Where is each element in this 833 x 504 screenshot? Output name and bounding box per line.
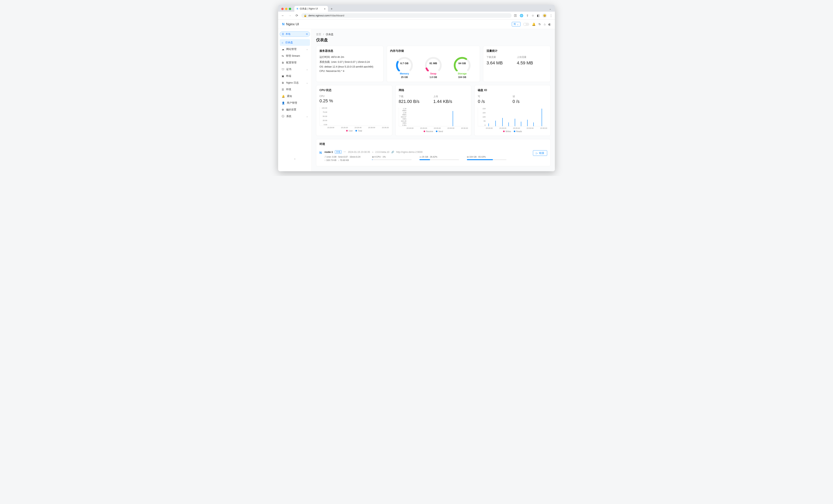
menu-icon: ▣ [282,75,284,78]
key-icon[interactable]: ⚿ [514,14,517,17]
tabs-dropdown[interactable]: ⌄ [549,7,553,10]
menu-icon: 👤 [282,102,285,104]
disk-icon: ⊟ [467,156,469,158]
menu-icon: ☰ [282,88,284,91]
sidebar-collapse[interactable]: ‹ [280,155,310,162]
breadcrumb: 首页 / 仪表盘 [316,32,550,36]
app-header: NNginx UI 简 ⌄ 🔔 ↻ ⌂ ◐ [278,20,555,29]
page-title: 仪表盘 [316,37,550,43]
sidebar-item-10[interactable]: ⚙偏好设置 [280,106,310,113]
window-minimize[interactable] [285,8,287,10]
chevron-down-icon: ⌄ [306,115,308,118]
list-icon: ☰ [282,33,284,35]
share-icon[interactable]: ⇪ [526,14,529,17]
status-badge: 在线 [335,150,341,154]
cpu-card: CPU 状态 CPU 0.25 % 100.0075.0050.0025.000… [316,85,392,136]
refresh-icon[interactable]: ⟲ [306,33,308,35]
sidepanel-icon[interactable]: ◧ [537,14,540,17]
tab-title: 仪表盘 | Nginx UI [300,7,318,10]
forward-button[interactable]: → [288,13,292,18]
home-icon[interactable]: ⌂ [544,23,546,26]
node-name: node-1 [325,150,333,153]
sidebar-item-5[interactable]: ▣终端 [280,73,310,79]
menu-icon: 🗎 [282,81,284,84]
server-info-card: 服务器信息 运行时间: 497d 4h 2m 系统负载: 1min: 0.07 … [316,46,383,82]
traffic-card: 流量统计 下载流量 3.64 MB 上传流量 4.59 MB [483,46,550,82]
environment-card: 环境 N node-1 在线 〰 2024-01-15 23:30:35 ⌁ 2… [316,139,550,166]
bell-icon[interactable]: 🔔 [532,23,536,26]
link-icon: 🔗 [391,151,394,153]
network-card: 网络 下载 821.00 B/s 上传 1.44 KB/s 1. [395,85,472,136]
back-button[interactable]: ← [281,13,285,18]
disk-io-card: 磁盘 IO 写 0 /s 读 0 /s 218164109550 [474,85,550,136]
bookmark-icon[interactable]: ☆ [531,14,534,17]
menu-icon[interactable]: ⋮ [550,14,552,17]
sidebar-item-3[interactable]: 🗎配置管理 [280,59,310,66]
github-icon[interactable]: ◐ [548,23,551,26]
menu-icon: 🛡 [282,68,284,71]
sidebar: ☰ 本地 ⟲ ⌂仪表盘☁网站管理⌄⇆管理 Stream🗎配置管理🛡证书⌄▣终端🗎… [278,29,312,171]
gauge-storage: 64 GBStorage104 GB [450,55,474,79]
menu-icon: 🔔 [282,95,285,98]
tag-icon: ⌁ [372,151,374,153]
cpu-icon: ⊞ [372,156,374,158]
favicon: N [297,8,298,10]
sidebar-item-1[interactable]: ☁网站管理⌄ [280,46,310,53]
language-selector[interactable]: 简 ⌄ [512,22,521,26]
browser-chrome: N 仪表盘 | Nginx UI × + ⌄ ← → ⟳ 🔒 demo.ngin… [278,5,555,20]
menu-icon: ⓘ [282,115,284,118]
translate-icon[interactable]: 🌐 [520,14,523,17]
memory-icon: ▭ [420,156,422,158]
sidebar-item-6[interactable]: 🗎Nginx 日志⌄ [280,79,310,86]
address-bar[interactable]: 🔒 demo.nginxui.com/#/dashboard [301,13,511,18]
lock-icon: 🔒 [304,14,307,17]
browser-tab[interactable]: N 仪表盘 | Nginx UI × [294,6,328,11]
chevron-down-icon: ⌄ [517,23,519,26]
sidebar-item-7[interactable]: ☰环境 [280,86,310,93]
menu-icon: 🗎 [282,61,284,64]
breadcrumb-home[interactable]: 首页 [316,33,321,36]
gauge-swap: 81 MBSwap1.0 GB [422,55,445,79]
menu-icon: ☁ [282,48,284,51]
menu-icon: ⚙ [282,108,284,111]
window-maximize[interactable] [289,8,291,10]
breadcrumb-current: 仪表盘 [326,33,333,36]
chevron-down-icon: ⌄ [306,68,308,71]
sidebar-item-0[interactable]: ⌂仪表盘 [280,39,310,46]
heartbeat-icon: 〰 [343,151,346,153]
environment-selector[interactable]: ☰ 本地 ⟲ [280,31,310,37]
play-icon: ▷ [536,152,538,155]
new-tab-button[interactable]: + [329,6,334,11]
main-content: 首页 / 仪表盘 仪表盘 服务器信息 运行时间: 497d 4h 2m 系统负载… [312,29,555,171]
chevron-down-icon: ⌄ [306,81,308,84]
reload-button[interactable]: ⟳ [295,13,299,18]
sidebar-item-11[interactable]: ⓘ系统⌄ [280,113,310,120]
theme-toggle[interactable] [523,23,529,26]
menu-icon: ⇆ [282,54,284,57]
gauge-memory: 6.7 GBMemory25 GB [392,55,416,79]
sidebar-item-2[interactable]: ⇆管理 Stream [280,53,310,59]
chevron-down-icon: ⌄ [306,48,308,51]
app-logo[interactable]: NNginx UI [282,22,299,26]
sidebar-item-8[interactable]: 🔔通知 [280,93,310,100]
window-close[interactable] [281,8,284,10]
profile-avatar[interactable]: 😀 [542,14,547,18]
menu-icon: ⌂ [282,41,283,44]
link-button[interactable]: ▷ 链接 [533,150,547,156]
sidebar-item-4[interactable]: 🛡证书⌄ [280,66,310,73]
close-icon[interactable]: × [324,7,326,10]
node-icon: N [319,150,322,155]
reload-icon[interactable]: ↻ [539,23,541,26]
memory-storage-card: 内存与存储 6.7 GBMemory25 GB81 MBSwap1.0 GB64… [387,46,480,82]
sidebar-item-9[interactable]: 👤用户管理 [280,100,310,106]
